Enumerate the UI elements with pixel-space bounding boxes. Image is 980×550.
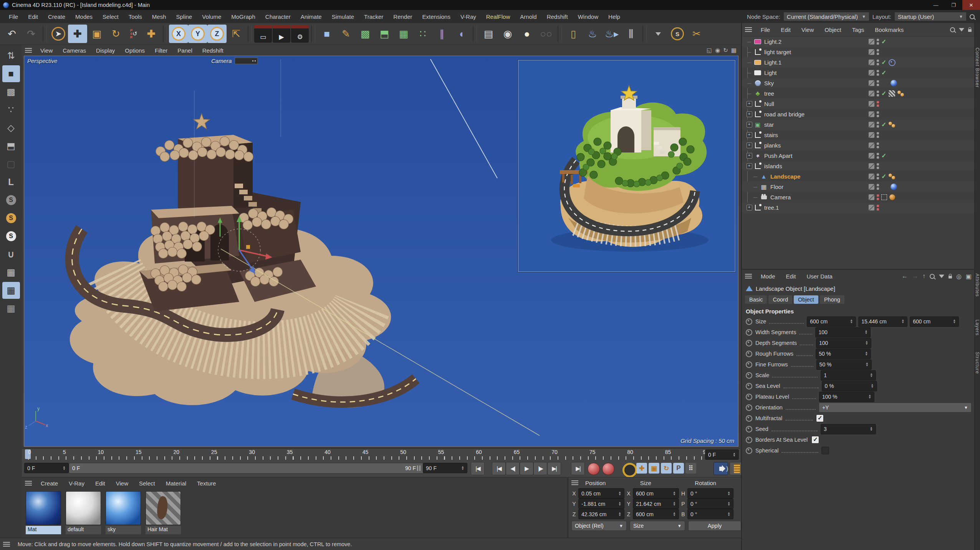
edit-render-settings-icon[interactable]: ⚙ <box>291 25 309 43</box>
layout-dropdown[interactable]: Startup (User) ▼ <box>894 12 967 21</box>
search-icon[interactable] <box>970 14 975 19</box>
seed-input[interactable]: 3▲▼ <box>821 424 876 434</box>
object-row-planks[interactable]: + planks <box>742 140 975 151</box>
position-y-field[interactable]: -1.881 cm▲▼ <box>578 499 624 509</box>
keyframe-circle-icon[interactable] <box>746 329 752 336</box>
material-menu-texture[interactable]: Texture <box>192 479 221 488</box>
layer-tag-icon[interactable] <box>869 142 874 148</box>
layer-tag-icon[interactable] <box>869 101 874 107</box>
keyframe-rotation-toggle[interactable]: ↻ <box>661 463 672 474</box>
visibility-dots[interactable] <box>877 70 879 76</box>
enabled-check-icon[interactable]: ✓ <box>881 38 886 45</box>
layer-tag-icon[interactable] <box>869 49 874 55</box>
tab-structure[interactable]: Structure <box>975 350 980 376</box>
menu-render[interactable]: Render <box>388 12 417 22</box>
om-search-icon[interactable] <box>950 27 955 32</box>
viewport-layout-icon[interactable]: ▦ <box>731 47 737 54</box>
keyframe-circle-icon[interactable] <box>746 426 752 432</box>
object-row-null[interactable]: + Null <box>742 99 975 109</box>
object-row-road-and-bridge[interactable]: + road and bridge <box>742 109 975 119</box>
object-row-star[interactable]: + ▣ star ✓ <box>742 119 975 130</box>
keyframe-circle-icon[interactable] <box>746 437 752 443</box>
solo-single-icon[interactable]: S <box>2 210 20 227</box>
record-autokey-icon[interactable] <box>602 463 614 475</box>
funnel-icon[interactable] <box>649 25 668 43</box>
move-alt-icon[interactable]: ✚ <box>142 25 161 43</box>
enabled-check-icon[interactable]: ✓ <box>881 90 886 97</box>
layer-tag-icon[interactable] <box>869 70 874 76</box>
material-menu-icon[interactable] <box>25 481 32 485</box>
expand-icon[interactable]: + <box>747 142 752 148</box>
layer-tag-icon[interactable] <box>869 80 874 86</box>
expand-icon[interactable]: + <box>747 122 752 128</box>
menu-window[interactable]: Window <box>573 12 603 22</box>
apply-button[interactable]: Apply <box>688 521 741 531</box>
size-x-field[interactable]: 600 cm▲▼ <box>633 488 679 499</box>
object-row-light-target[interactable]: light target <box>742 47 975 57</box>
om-menu-file[interactable]: File <box>756 25 775 34</box>
keyframe-position-toggle[interactable]: ✚ <box>636 463 647 474</box>
object-row-light2[interactable]: Light.2 ✓ <box>742 36 975 47</box>
expand-icon[interactable]: + <box>747 132 752 138</box>
position-x-field[interactable]: 0.05 cm▲▼ <box>578 488 624 499</box>
end-frame-field[interactable]: 90 F ▲▼ <box>423 463 467 473</box>
workplane-icon[interactable]: ▦ <box>2 264 20 281</box>
keyframe-circle-icon[interactable] <box>746 415 752 422</box>
viewport-target-icon[interactable]: ◉ <box>715 47 720 54</box>
keyframe-circle-icon[interactable] <box>746 340 752 346</box>
keyframe-circle-icon[interactable] <box>746 404 752 411</box>
vray-teapot-icon[interactable]: ♨ <box>583 25 602 43</box>
next-key-button[interactable]: ▶| <box>547 462 561 475</box>
width-segments-input[interactable]: 100▲▼ <box>815 327 871 338</box>
layer-tag-icon[interactable] <box>869 122 874 128</box>
deformer-cage-icon[interactable]: ▦ <box>394 25 413 43</box>
polygon-mode-icon[interactable]: ⬒ <box>2 138 20 154</box>
position-mode-dropdown[interactable]: Object (Rel)▼ <box>571 521 627 531</box>
menu-volume[interactable]: Volume <box>197 12 226 22</box>
redo-icon[interactable]: ↷ <box>22 25 41 43</box>
keyframe-pla-toggle[interactable]: ⠿ <box>685 463 696 474</box>
sound-toggle[interactable] <box>713 462 728 475</box>
undo-icon[interactable]: ↶ <box>2 25 22 43</box>
layer-tag-icon[interactable] <box>869 174 874 179</box>
size-mode-dropdown[interactable]: Size▼ <box>630 521 685 531</box>
menu-simulate[interactable]: Simulate <box>327 12 359 22</box>
lock-y-axis-icon[interactable]: Y <box>188 25 207 43</box>
object-row-sky[interactable]: Sky <box>742 78 975 88</box>
visibility-dots[interactable] <box>877 91 879 96</box>
xpresso-tag-icon[interactable] <box>897 91 905 97</box>
visibility-dots[interactable] <box>877 174 879 179</box>
timeline-ruler[interactable]: 05 1015 2025 3035 4045 5055 6065 7075 80… <box>22 448 740 460</box>
expand-icon[interactable]: + <box>747 101 752 107</box>
crosshair-tag-icon[interactable] <box>881 194 887 200</box>
viewport-menu-cameras[interactable]: Cameras <box>58 46 91 55</box>
object-row-light[interactable]: Light ✓ <box>742 68 975 78</box>
material-menu-view[interactable]: View <box>111 479 133 488</box>
light-icon[interactable]: ● <box>517 25 536 43</box>
am-lock-icon[interactable] <box>949 276 952 278</box>
menu-tracker[interactable]: Tracker <box>359 12 388 22</box>
keyframe-circle-icon[interactable] <box>746 361 752 368</box>
keyframe-scale-toggle[interactable]: ▣ <box>649 463 659 474</box>
prev-frame-button[interactable]: ◀| <box>506 462 520 475</box>
visibility-dots[interactable] <box>877 80 879 86</box>
menu-arnold[interactable]: Arnold <box>515 12 541 22</box>
viewport-menu-icon[interactable] <box>25 48 32 53</box>
back-icon[interactable]: ← <box>902 273 908 280</box>
visibility-dots[interactable] <box>877 60 879 65</box>
material-menu-material[interactable]: Material <box>161 479 191 488</box>
viewport-menu-options[interactable]: Options <box>120 46 149 55</box>
om-menu-view[interactable]: View <box>796 25 819 34</box>
maximize-button[interactable]: ❐ <box>945 0 962 10</box>
menu-mesh[interactable]: Mesh <box>147 12 171 22</box>
layer-tag-icon[interactable] <box>869 184 874 190</box>
stepper-icon[interactable]: ▲▼ <box>60 466 66 470</box>
spherical-checkbox[interactable] <box>821 447 829 454</box>
om-menu-bookmarks[interactable]: Bookmarks <box>870 25 909 34</box>
tab-object[interactable]: Object <box>794 295 818 304</box>
coords-menu-icon[interactable] <box>571 480 578 485</box>
goto-start-button[interactable]: |◀ <box>471 462 485 475</box>
object-row-islands[interactable]: + islands <box>742 161 975 171</box>
borders-at-sea-level-checkbox[interactable] <box>811 436 819 444</box>
rotation-p-field[interactable]: 0 °▲▼ <box>687 499 733 509</box>
